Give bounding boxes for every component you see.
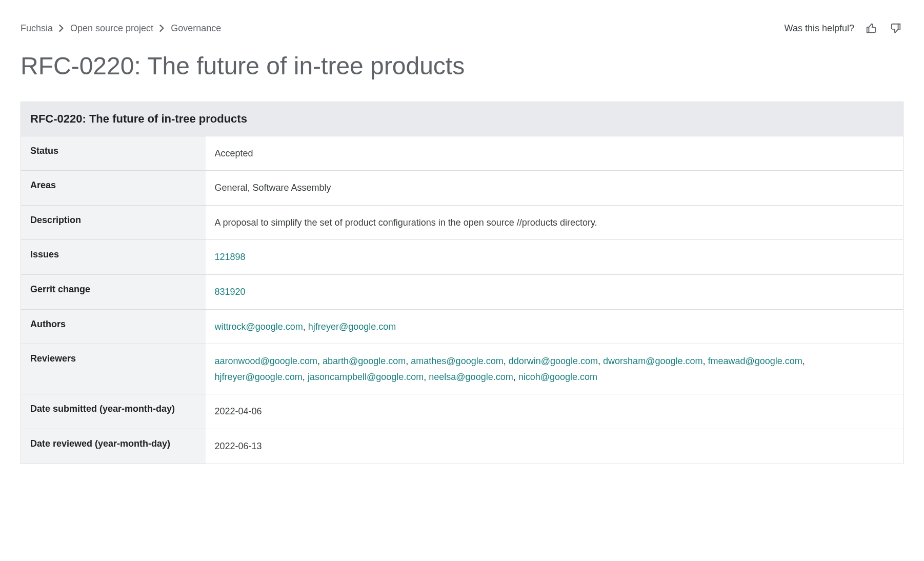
link[interactable]: jasoncampbell@google.com: [308, 372, 424, 382]
row-label: Date submitted (year-month-day): [21, 394, 206, 429]
breadcrumb-link-fuchsia[interactable]: Fuchsia: [21, 23, 53, 34]
info-table: RFC-0220: The future of in-tree products…: [21, 102, 903, 464]
feedback-prompt: Was this helpful?: [785, 23, 854, 34]
row-value: General, Software Assembly: [206, 171, 903, 206]
thumbs-down-icon: [890, 23, 901, 34]
chevron-right-icon: [59, 25, 64, 32]
table-row-date-submitted: Date submitted (year-month-day) 2022-04-…: [21, 394, 903, 429]
row-label: Reviewers: [21, 344, 206, 394]
breadcrumb: Fuchsia Open source project Governance: [21, 23, 221, 34]
row-value: 2022-06-13: [206, 429, 903, 464]
separator: ,: [303, 372, 308, 382]
link[interactable]: fmeawad@google.com: [708, 356, 802, 366]
link[interactable]: nicoh@google.com: [518, 372, 597, 382]
table-row-gerrit: Gerrit change 831920: [21, 274, 903, 309]
table-row-description: Description A proposal to simplify the s…: [21, 205, 903, 240]
separator: ,: [317, 356, 323, 366]
separator: ,: [598, 356, 603, 366]
table-row-reviewers: Reviewers aaronwood@google.com, abarth@g…: [21, 344, 903, 394]
row-label: Areas: [21, 171, 206, 206]
link[interactable]: aaronwood@google.com: [215, 356, 317, 366]
row-label: Date reviewed (year-month-day): [21, 429, 206, 464]
separator: ,: [802, 356, 805, 366]
link[interactable]: dworsham@google.com: [603, 356, 702, 366]
info-table-header: RFC-0220: The future of in-tree products: [21, 102, 903, 136]
table-row-authors: Authors wittrock@google.com, hjfreyer@go…: [21, 309, 903, 344]
top-bar: Fuchsia Open source project Governance W…: [21, 21, 903, 36]
breadcrumb-link-governance[interactable]: Governance: [171, 23, 221, 34]
page-title: RFC-0220: The future of in-tree products: [21, 51, 903, 81]
link[interactable]: 121898: [215, 252, 246, 262]
separator: ,: [424, 372, 429, 382]
separator: ,: [513, 372, 518, 382]
chevron-right-icon: [159, 25, 165, 32]
row-value: A proposal to simplify the set of produc…: [206, 205, 903, 240]
link[interactable]: ddorwin@google.com: [509, 356, 598, 366]
row-value: wittrock@google.com, hjfreyer@google.com: [206, 309, 903, 344]
row-value: aaronwood@google.com, abarth@google.com,…: [206, 344, 903, 394]
separator: ,: [702, 356, 708, 366]
row-label: Authors: [21, 309, 206, 344]
table-row-issues: Issues 121898: [21, 240, 903, 275]
separator: ,: [406, 356, 411, 366]
row-label: Issues: [21, 240, 206, 275]
breadcrumb-link-open-source[interactable]: Open source project: [70, 23, 153, 34]
link[interactable]: hjfreyer@google.com: [308, 322, 396, 332]
row-value: 2022-04-06: [206, 394, 903, 429]
link[interactable]: hjfreyer@google.com: [215, 372, 303, 382]
row-label: Description: [21, 205, 206, 240]
row-value: 121898: [206, 240, 903, 275]
row-label: Gerrit change: [21, 274, 206, 309]
link[interactable]: wittrock@google.com: [215, 322, 303, 332]
link[interactable]: 831920: [215, 287, 246, 297]
table-row-status: Status Accepted: [21, 136, 903, 171]
row-value: 831920: [206, 274, 903, 309]
feedback-section: Was this helpful?: [785, 21, 903, 36]
thumbs-up-icon: [866, 23, 877, 34]
table-row-date-reviewed: Date reviewed (year-month-day) 2022-06-1…: [21, 429, 903, 464]
separator: ,: [303, 322, 308, 332]
separator: ,: [504, 356, 509, 366]
table-row-areas: Areas General, Software Assembly: [21, 171, 903, 206]
link[interactable]: abarth@google.com: [323, 356, 406, 366]
row-label: Status: [21, 136, 206, 171]
thumbs-down-button[interactable]: [888, 21, 903, 36]
thumbs-up-button[interactable]: [863, 21, 879, 36]
link[interactable]: amathes@google.com: [411, 356, 503, 366]
link[interactable]: neelsa@google.com: [429, 372, 513, 382]
row-value: Accepted: [206, 136, 903, 171]
